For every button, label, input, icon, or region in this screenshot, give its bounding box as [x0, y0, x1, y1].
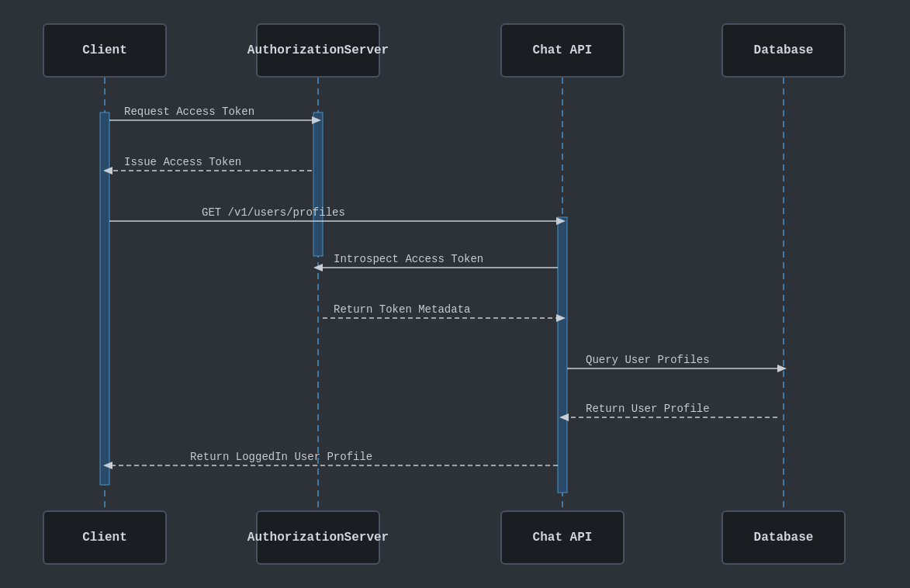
msg3-label: GET /v1/users/profiles	[202, 206, 345, 219]
msg2-label: Issue Access Token	[124, 156, 241, 168]
msg5-label: Return Token Metadata	[334, 303, 470, 316]
arrows-svg	[0, 0, 910, 588]
msg6-label: Query User Profiles	[586, 354, 710, 366]
svg-rect-4	[100, 112, 109, 485]
svg-marker-10	[103, 167, 112, 175]
actor-bot-authserver: AuthorizationServer	[256, 510, 380, 565]
actor-top-chatapi: Chat API	[500, 23, 625, 78]
svg-marker-8	[312, 116, 321, 124]
msg1-label: Request Access Token	[124, 105, 254, 118]
actor-bot-chatapi: Chat API	[500, 510, 625, 565]
actor-top-authserver: AuthorizationServer	[256, 23, 380, 78]
msg4-label: Introspect Access Token	[334, 253, 483, 265]
svg-marker-16	[556, 314, 566, 322]
svg-marker-12	[556, 217, 566, 225]
actor-bot-client: Client	[43, 510, 167, 565]
actor-top-database: Database	[721, 23, 846, 78]
msg7-label: Return User Profile	[586, 403, 710, 415]
svg-marker-22	[103, 462, 112, 469]
diagram-container: Client AuthorizationServer Chat API Data…	[0, 0, 910, 588]
svg-rect-6	[558, 217, 567, 493]
svg-marker-14	[313, 264, 323, 272]
actor-bot-database: Database	[721, 510, 846, 565]
msg8-label: Return LoggedIn User Profile	[190, 451, 372, 463]
svg-marker-20	[559, 413, 569, 421]
svg-rect-5	[313, 112, 323, 256]
actor-top-client: Client	[43, 23, 167, 78]
svg-marker-18	[777, 365, 787, 372]
